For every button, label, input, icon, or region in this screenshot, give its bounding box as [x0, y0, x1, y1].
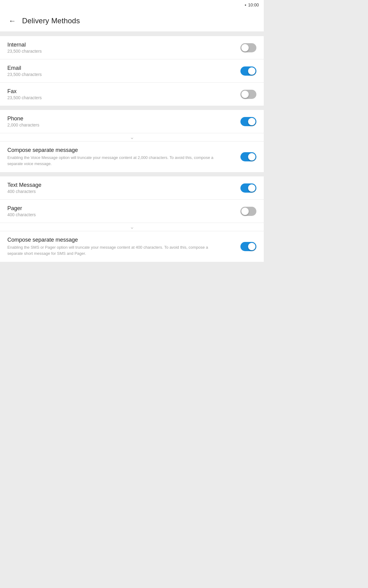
- row-email-text: Email 23,500 characters: [7, 65, 240, 77]
- row-pager: Pager 400 characters: [0, 200, 264, 223]
- row-text-message: Text Message 400 characters: [0, 176, 264, 200]
- text-message-toggle[interactable]: [240, 183, 256, 193]
- pager-sublabel: 400 characters: [7, 212, 240, 217]
- compose-sms-toggle[interactable]: [240, 242, 256, 251]
- fax-thumb: [241, 91, 249, 98]
- battery-icon: ▪: [245, 2, 246, 7]
- row-compose-sms: Compose separate message Enabling the SM…: [0, 231, 264, 262]
- compose-sms-track: [240, 242, 256, 251]
- row-fax-text: Fax 23,500 characters: [7, 88, 240, 100]
- row-compose-phone-text: Compose separate message Enabling the Vo…: [7, 147, 240, 167]
- compose-sms-thumb: [248, 243, 255, 250]
- email-track: [240, 66, 256, 76]
- fax-toggle[interactable]: [240, 90, 256, 99]
- internal-sublabel: 23,500 characters: [7, 49, 240, 54]
- row-email: Email 23,500 characters: [0, 59, 264, 83]
- phone-chevron-row: ⌄: [0, 133, 264, 141]
- row-internal: Internal 23,500 characters: [0, 36, 264, 59]
- pager-thumb: [241, 208, 249, 215]
- section-sms: Text Message 400 characters Pager 400 ch…: [0, 176, 264, 262]
- toolbar: ← Delivery Methods: [0, 10, 264, 32]
- internal-thumb: [241, 44, 249, 51]
- email-label: Email: [7, 65, 240, 71]
- back-button[interactable]: ←: [6, 15, 18, 27]
- phone-toggle[interactable]: [240, 117, 256, 126]
- sms-chevron-down-icon: ⌄: [130, 224, 134, 230]
- row-phone: Phone 2,000 characters: [0, 110, 264, 133]
- compose-phone-thumb: [248, 153, 255, 160]
- email-sublabel: 23,500 characters: [7, 72, 240, 77]
- compose-phone-track: [240, 152, 256, 161]
- text-message-thumb: [248, 184, 255, 192]
- internal-label: Internal: [7, 42, 240, 48]
- time-display: 10:00: [248, 2, 259, 7]
- row-pager-text: Pager 400 characters: [7, 205, 240, 217]
- compose-phone-label: Compose separate message: [7, 147, 240, 153]
- fax-sublabel: 23,500 characters: [7, 95, 240, 100]
- phone-chevron-down-icon: ⌄: [130, 134, 134, 140]
- fax-track: [240, 90, 256, 99]
- phone-thumb: [248, 118, 255, 125]
- internal-track: [240, 43, 256, 52]
- text-message-sublabel: 400 characters: [7, 189, 240, 194]
- compose-phone-toggle[interactable]: [240, 152, 256, 161]
- section-divider-2: [0, 172, 264, 176]
- email-toggle[interactable]: [240, 66, 256, 76]
- page-title: Delivery Methods: [22, 17, 80, 25]
- status-bar-right: ▪ 10:00: [245, 2, 259, 7]
- row-compose-sms-text: Compose separate message Enabling the SM…: [7, 237, 240, 256]
- compose-sms-label: Compose separate message: [7, 237, 240, 243]
- internal-toggle[interactable]: [240, 43, 256, 52]
- back-arrow-icon: ←: [9, 17, 16, 24]
- phone-sublabel: 2,000 characters: [7, 123, 240, 127]
- row-fax: Fax 23,500 characters: [0, 83, 264, 106]
- pager-track: [240, 207, 256, 216]
- compose-sms-description: Enabling the SMS or Pager option will tr…: [7, 244, 216, 256]
- phone-label: Phone: [7, 115, 240, 122]
- fax-label: Fax: [7, 88, 240, 95]
- email-thumb: [248, 67, 255, 75]
- sms-chevron-row: ⌄: [0, 223, 264, 231]
- text-message-label: Text Message: [7, 182, 240, 188]
- section-divider-1: [0, 106, 264, 110]
- row-compose-phone: Compose separate message Enabling the Vo…: [0, 141, 264, 172]
- section-phone: Phone 2,000 characters ⌄ Compose separat…: [0, 110, 264, 172]
- row-text-message-text: Text Message 400 characters: [7, 182, 240, 194]
- phone-track: [240, 117, 256, 126]
- text-message-track: [240, 183, 256, 193]
- section-divider-top: [0, 32, 264, 36]
- compose-phone-description: Enabling the Voice Message option will t…: [7, 155, 216, 167]
- row-phone-text: Phone 2,000 characters: [7, 115, 240, 127]
- section-messaging: Internal 23,500 characters Email 23,500 …: [0, 36, 264, 106]
- row-internal-text: Internal 23,500 characters: [7, 42, 240, 54]
- pager-toggle[interactable]: [240, 207, 256, 216]
- pager-label: Pager: [7, 205, 240, 212]
- status-bar: ▪ 10:00: [0, 0, 264, 10]
